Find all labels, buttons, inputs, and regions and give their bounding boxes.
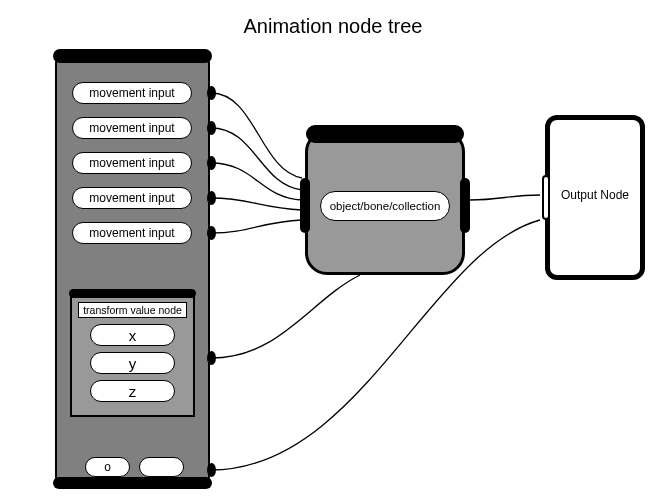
transform-top-bar: [69, 289, 196, 298]
panel-bottom-bar: [53, 477, 212, 489]
object-node-top-bar: [306, 125, 464, 143]
bottom-button-blank[interactable]: [139, 457, 184, 477]
movement-input-3[interactable]: movement input: [72, 187, 192, 209]
movement-input-2[interactable]: movement input: [72, 152, 192, 174]
transform-value-node: transform value node x y z: [70, 292, 195, 417]
axis-z[interactable]: z: [90, 380, 175, 402]
socket-input-1[interactable]: [207, 121, 216, 135]
socket-input-2[interactable]: [207, 156, 216, 170]
movement-input-1[interactable]: movement input: [72, 117, 192, 139]
socket-input-4[interactable]: [207, 226, 216, 240]
axis-y[interactable]: y: [90, 352, 175, 374]
socket-transform[interactable]: [207, 351, 216, 365]
output-node-input-handle[interactable]: [542, 175, 550, 220]
socket-input-3[interactable]: [207, 191, 216, 205]
diagram-title: Animation node tree: [0, 15, 666, 38]
object-node-input-handle[interactable]: [300, 178, 310, 233]
movement-input-4[interactable]: movement input: [72, 222, 192, 244]
object-node-output-handle[interactable]: [460, 178, 470, 233]
panel-top-bar: [53, 49, 212, 63]
inputs-panel: movement input movement input movement i…: [55, 55, 210, 485]
object-node-label: object/bone/collection: [320, 191, 450, 221]
axis-x[interactable]: x: [90, 324, 175, 346]
object-node: object/bone/collection: [305, 130, 465, 275]
movement-input-0[interactable]: movement input: [72, 82, 192, 104]
socket-input-0[interactable]: [207, 86, 216, 100]
transform-label: transform value node: [78, 302, 187, 318]
socket-bottom[interactable]: [207, 463, 216, 477]
output-node-label: Output Node: [550, 188, 640, 202]
bottom-button-o[interactable]: o: [85, 457, 130, 477]
output-node: Output Node: [545, 115, 645, 280]
